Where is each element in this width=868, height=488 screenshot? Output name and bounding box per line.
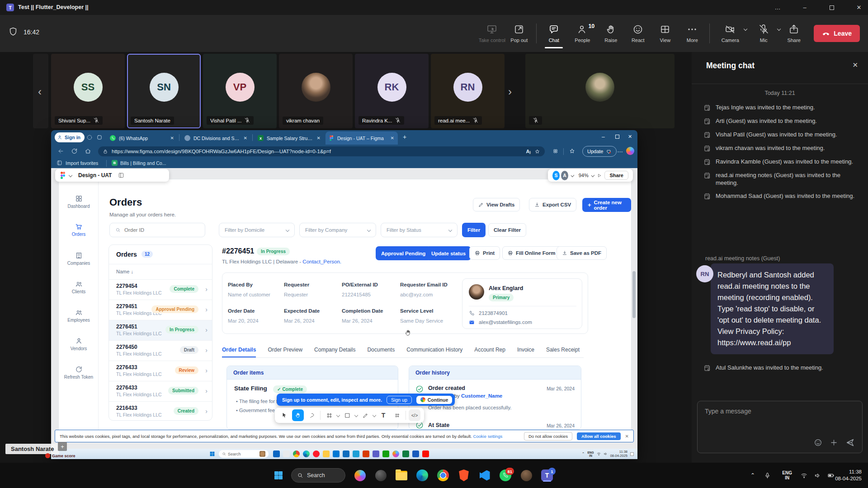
clear-filter-button[interactable]: Clear Filter (488, 223, 526, 237)
taskbar-whatsapp-icon[interactable]: 81 (498, 468, 513, 483)
pen-tool-icon[interactable] (359, 409, 371, 421)
present-icon[interactable] (597, 173, 602, 178)
shared-app-icon-acrobat[interactable] (422, 450, 429, 457)
filter-apply-button[interactable]: Filter (462, 223, 486, 237)
presenter-tag-expand-icon[interactable]: + (58, 442, 67, 451)
camera-button[interactable]: Camera (713, 18, 747, 49)
shared-app-icon-calculator[interactable] (333, 450, 340, 457)
figma-doc-title[interactable]: Design - UAT (78, 172, 112, 178)
taskbar-search[interactable]: Search (291, 468, 345, 483)
pen-tool-chevron-icon[interactable] (373, 413, 376, 417)
sidebar-item-employees[interactable]: Employees (59, 309, 99, 323)
order-row[interactable]: 2276433TL Flex Holdings LLC Review› (109, 361, 212, 381)
sign-up-button[interactable]: Sign up (387, 396, 412, 404)
game-score-widget[interactable]: Game score (45, 453, 75, 458)
raise-hand-button[interactable]: Raise (597, 18, 624, 49)
scroll-left-icon[interactable]: ‹ (38, 85, 42, 98)
approval-pending-button[interactable]: Approval Pending (376, 246, 431, 260)
shared-app-icon-outlook[interactable] (343, 450, 349, 457)
order-row[interactable]: 2276433TL Flex Holdings LLC Submitted› (109, 381, 212, 401)
browser-tab-whatsapp[interactable]: (6) WhatsApp✕ (106, 131, 178, 145)
figma-menu-chevron-icon[interactable] (69, 174, 72, 177)
create-new-order-button[interactable]: +Create new order (582, 198, 631, 212)
taskbar-brave-icon[interactable] (457, 468, 471, 483)
filter-status-select[interactable]: Filter by Status (381, 223, 458, 237)
shared-start-icon[interactable] (209, 451, 215, 457)
zoom-level[interactable]: 94% (579, 173, 589, 178)
participant-tile-spotlight[interactable] (525, 54, 675, 128)
sidebar-item-dashboard[interactable]: Dashboard (59, 195, 99, 209)
shared-search-box[interactable]: Search (219, 450, 269, 458)
bookmark-bills[interactable]: Bills | Billing and Co... (120, 160, 166, 166)
shared-app-icon-linkedin[interactable] (273, 450, 280, 457)
print-button[interactable]: Print (469, 246, 500, 260)
participant-tile[interactable]: vikram chavan (279, 54, 353, 128)
taskbar-copilot-icon[interactable] (353, 468, 367, 483)
participant-tile-active-speaker[interactable]: SN Santosh Narate (127, 54, 201, 128)
bookmark-import-favorites[interactable]: Import favorites (66, 160, 98, 166)
browser-settings-icon[interactable]: … (617, 147, 623, 154)
address-bar[interactable]: https://www.figma.com/design/9BKQ0FOHRWa… (98, 146, 545, 156)
zoom-chevron-icon[interactable] (591, 174, 594, 177)
contact-email[interactable]: alex@vstatefilings.com (479, 319, 532, 325)
browser-minimize-icon[interactable]: – (602, 134, 605, 140)
participant-tile[interactable]: SS Shivani Sup... (51, 54, 125, 128)
chat-close-icon[interactable]: ✕ (852, 61, 858, 69)
tab-sales-receipt[interactable]: Sales Receipt (546, 347, 580, 357)
sidebar-item-orders[interactable]: Orders (59, 223, 99, 237)
scrollbar-thumb[interactable] (632, 271, 636, 318)
move-tool-icon[interactable] (278, 409, 290, 421)
favorites-bar-icon[interactable] (569, 148, 576, 155)
shared-app-icon-word[interactable] (412, 450, 419, 457)
tray-mic-icon[interactable] (764, 463, 771, 488)
shared-app-icon-light[interactable] (283, 450, 290, 457)
text-tool-icon[interactable]: T (377, 409, 389, 421)
battery-icon[interactable] (827, 463, 835, 488)
order-id-input[interactable] (124, 227, 197, 233)
update-status-button[interactable]: Update status (426, 246, 471, 260)
minimize-button[interactable]: – (796, 0, 814, 15)
figma-share-button[interactable]: Share (604, 171, 628, 180)
chat-input-box[interactable] (697, 401, 863, 453)
shared-app-icon-skype[interactable] (353, 450, 359, 457)
mic-button[interactable]: Mic (747, 18, 780, 49)
taskbar-file-explorer-icon[interactable] (394, 468, 409, 483)
tab-company-details[interactable]: Company Details (314, 347, 355, 357)
attach-plus-icon[interactable] (830, 438, 838, 447)
shared-wifi-icon[interactable] (597, 452, 601, 456)
taskbar-clock[interactable]: 11:3808-04-2025 (835, 463, 862, 488)
copilot-icon[interactable] (626, 147, 634, 155)
view-drafts-button[interactable]: View Drafts (473, 198, 520, 211)
share-button[interactable]: Share (780, 18, 807, 49)
browser-tab-dc-divisions[interactable]: DC Divisions and Surroundings✕ (181, 131, 251, 145)
taskbar-chrome-icon[interactable] (436, 468, 450, 483)
allow-cookies-button[interactable]: Allow all cookies (577, 432, 621, 440)
filter-company-select[interactable]: Filter by Company (299, 223, 376, 237)
send-icon[interactable] (845, 438, 855, 447)
contact-phone[interactable]: 2123874901 (479, 310, 508, 316)
participant-tile[interactable]: RK Ravindra K... (355, 54, 429, 128)
titlebar-more-icon[interactable]: … (769, 0, 787, 15)
participant-tile[interactable]: RN read.ai mee... (431, 54, 505, 128)
shared-app-icon-sharing-indicator[interactable] (382, 450, 389, 457)
wifi-icon[interactable] (801, 463, 807, 488)
tab-close-icon[interactable]: ✕ (170, 136, 174, 141)
tab-order-preview[interactable]: Order Preview (268, 347, 302, 357)
refresh-icon[interactable] (71, 148, 78, 155)
fill-online-form-button[interactable]: Fill Online Form (502, 246, 561, 260)
tab-close-icon[interactable]: ✕ (317, 136, 321, 141)
tab-close-icon[interactable]: ✕ (391, 136, 394, 141)
order-id-search[interactable] (109, 223, 205, 237)
hand-tool-icon-active[interactable] (292, 409, 304, 421)
participant-tile[interactable]: VP Vishal Patil ... (203, 54, 277, 128)
cookie-settings-link[interactable]: Cookie settings (473, 434, 502, 439)
browser-close-icon[interactable]: ✕ (628, 134, 632, 140)
save-as-pdf-button[interactable]: Save as PDF (557, 246, 607, 260)
taskbar-teams-icon-active[interactable]: T 1 (540, 468, 554, 483)
resources-tool-icon[interactable] (391, 409, 403, 421)
collaborator-avatar[interactable]: A (561, 171, 568, 180)
shared-app-icon-excel[interactable] (402, 450, 409, 457)
taskbar-dark-sphere-app-icon[interactable] (373, 468, 388, 483)
shared-tray-chevron-icon[interactable]: ⌃ (582, 452, 585, 456)
home-icon[interactable] (85, 148, 91, 155)
